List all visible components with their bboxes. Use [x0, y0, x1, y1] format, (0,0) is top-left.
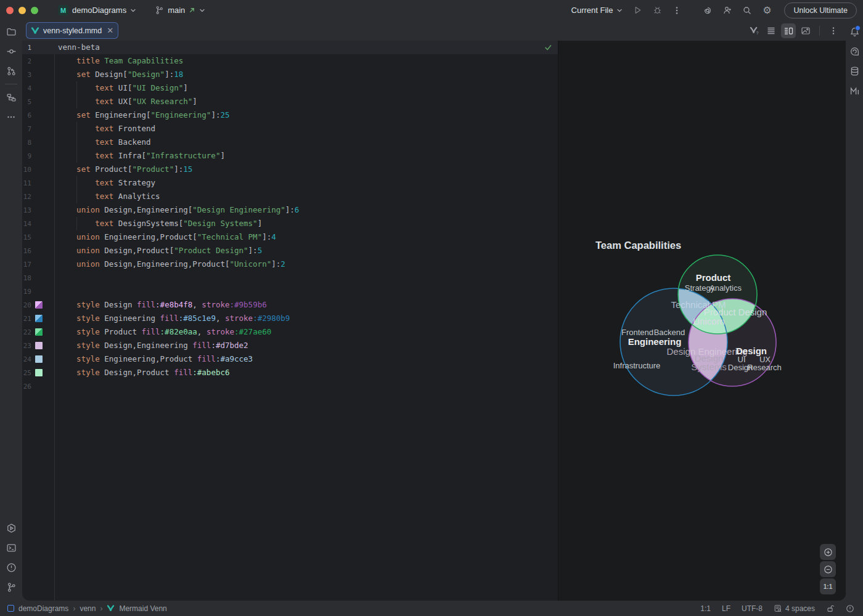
line-number[interactable]: 9: [22, 152, 31, 160]
structure-toolwindow-icon[interactable]: [2, 89, 20, 106]
zoom-reset-button[interactable]: 1:1: [820, 578, 836, 594]
code-text[interactable]: text Strategy: [54, 176, 558, 190]
line-number[interactable]: 20: [22, 301, 31, 309]
code-line-19[interactable]: 19: [22, 285, 558, 298]
code-line-21[interactable]: 21 style Engineering fill:#85c1e9, strok…: [22, 312, 558, 325]
line-number[interactable]: 4: [22, 84, 31, 92]
close-tab-icon[interactable]: ✕: [107, 26, 113, 34]
code-line-3[interactable]: 3 set Design["Design"]:18: [22, 68, 558, 81]
code-text[interactable]: [54, 379, 558, 393]
line-number[interactable]: 11: [22, 179, 31, 187]
code-line-26[interactable]: 26: [22, 379, 558, 393]
settings-gear-icon[interactable]: ⚙: [758, 2, 775, 19]
code-with-me-icon[interactable]: [719, 2, 736, 19]
code-line-6[interactable]: 6 set Engineering["Engineering"]:25: [22, 108, 558, 122]
code-line-1[interactable]: 1venn-beta: [22, 41, 558, 54]
code-line-17[interactable]: 17 union Design,Engineering,Product["Uni…: [22, 257, 558, 271]
line-number[interactable]: 2: [22, 57, 31, 65]
diagram-help-icon[interactable]: ?: [746, 23, 761, 38]
gutter-color-swatch[interactable]: [35, 369, 43, 376]
services-toolwindow-icon[interactable]: [2, 519, 20, 537]
code-text[interactable]: set Design["Design"]:18: [54, 68, 558, 81]
code-line-24[interactable]: 24 style Engineering,Product fill:#a9cce…: [22, 352, 558, 366]
breadcrumb-project[interactable]: demoDiagrams: [18, 604, 68, 613]
diagram-preview-panel[interactable]: Team CapabilitiesProductStrategyAnalytic…: [558, 41, 846, 601]
preview-only-view-icon[interactable]: [798, 23, 813, 38]
code-text[interactable]: text Frontend: [54, 122, 558, 136]
code-line-25[interactable]: 25 style Design,Product fill:#abebc6: [22, 366, 558, 379]
code-text[interactable]: text Infra["Infrastructure"]: [54, 149, 558, 163]
code-text[interactable]: title Team Capabilities: [54, 54, 558, 68]
fullscreen-window-button[interactable]: [31, 7, 38, 14]
commit-toolwindow-icon[interactable]: [2, 43, 20, 60]
line-number[interactable]: 13: [22, 206, 31, 214]
project-widget[interactable]: M demoDiagrams: [54, 3, 140, 17]
ai-assistant-toolwindow-icon[interactable]: [846, 43, 863, 60]
code-line-13[interactable]: 13 union Design,Engineering["Design Engi…: [22, 203, 558, 217]
version-control-toolwindow-icon[interactable]: [2, 578, 20, 596]
code-line-16[interactable]: 16 union Design,Product["Product Design"…: [22, 244, 558, 257]
notifications-bell-icon[interactable]: [846, 23, 863, 40]
code-text[interactable]: text Backend: [54, 136, 558, 149]
code-text[interactable]: [54, 271, 558, 285]
code-line-8[interactable]: 8 text Backend: [22, 136, 558, 149]
debug-button[interactable]: [648, 2, 666, 19]
editor-only-view-icon[interactable]: [764, 23, 779, 38]
code-text[interactable]: venn-beta: [54, 41, 558, 54]
code-text[interactable]: union Design,Product["Product Design"]:5: [54, 244, 558, 257]
terminal-toolwindow-icon[interactable]: [2, 539, 20, 556]
breadcrumb-file[interactable]: Mermaid Venn: [119, 604, 166, 613]
pull-requests-toolwindow-icon[interactable]: [2, 62, 20, 79]
zoom-out-button[interactable]: [820, 561, 836, 577]
database-toolwindow-icon[interactable]: [846, 62, 863, 79]
code-line-4[interactable]: 4 text UI["UI Design"]: [22, 81, 558, 95]
code-line-5[interactable]: 5 text UX["UX Research"]: [22, 95, 558, 108]
code-line-20[interactable]: 20 style Design fill:#e8b4f8, stroke:#9b…: [22, 298, 558, 312]
more-actions-icon[interactable]: [668, 2, 685, 19]
line-number[interactable]: 21: [22, 315, 31, 323]
line-number[interactable]: 25: [22, 369, 31, 377]
caret-position-widget[interactable]: 1:1: [700, 604, 711, 613]
toolwindow-square-icon[interactable]: [7, 605, 14, 612]
line-number[interactable]: 17: [22, 261, 31, 269]
code-editor[interactable]: 1venn-beta2 title Team Capabilities3 set…: [22, 41, 558, 601]
gutter-color-swatch[interactable]: [35, 315, 43, 322]
more-toolwindows-icon[interactable]: [2, 108, 20, 126]
code-text[interactable]: style Engineering,Product fill:#a9cce3: [54, 352, 558, 366]
line-number[interactable]: 19: [22, 288, 31, 296]
run-configuration-selector[interactable]: Current File: [568, 4, 627, 17]
unlock-ultimate-button[interactable]: Unlock Ultimate: [784, 2, 857, 18]
editor-options-kebab-icon[interactable]: [826, 23, 841, 38]
code-text[interactable]: union Engineering,Product["Technical PM"…: [54, 230, 558, 244]
line-number[interactable]: 18: [22, 274, 31, 282]
line-number[interactable]: 15: [22, 233, 31, 241]
code-text[interactable]: text DesignSystems["Design Systems"]: [54, 217, 558, 230]
code-text[interactable]: style Design fill:#e8b4f8, stroke:#9b59b…: [54, 298, 558, 312]
code-text[interactable]: style Product fill:#82e0aa, stroke:#27ae…: [54, 325, 558, 339]
code-line-9[interactable]: 9 text Infra["Infrastructure"]: [22, 149, 558, 163]
encoding-widget[interactable]: UTF-8: [742, 604, 763, 613]
indent-widget[interactable]: 4 spaces: [774, 604, 815, 613]
lock-open-icon[interactable]: [826, 604, 835, 613]
run-button[interactable]: [629, 2, 646, 19]
code-text[interactable]: set Product["Product"]:15: [54, 163, 558, 176]
search-everywhere-icon[interactable]: [738, 2, 756, 19]
mermaid-toolwindow-icon[interactable]: [846, 82, 863, 99]
code-line-15[interactable]: 15 union Engineering,Product["Technical …: [22, 230, 558, 244]
gutter-color-swatch[interactable]: [35, 342, 43, 349]
gutter-color-swatch[interactable]: [35, 328, 43, 336]
line-number[interactable]: 12: [22, 193, 31, 201]
minimize-window-button[interactable]: [18, 7, 26, 14]
close-window-button[interactable]: [6, 7, 14, 14]
line-number[interactable]: 5: [22, 98, 31, 106]
code-text[interactable]: text UX["UX Research"]: [54, 95, 558, 108]
code-text[interactable]: style Design,Engineering fill:#d7bde2: [54, 339, 558, 352]
editor-and-preview-view-icon[interactable]: [781, 23, 796, 38]
line-number[interactable]: 10: [22, 166, 31, 174]
code-text[interactable]: text Analytics: [54, 190, 558, 203]
code-text[interactable]: style Design,Product fill:#abebc6: [54, 366, 558, 379]
code-line-18[interactable]: 18: [22, 271, 558, 285]
line-number[interactable]: 6: [22, 111, 31, 120]
gutter-color-swatch[interactable]: [35, 301, 43, 309]
line-number[interactable]: 22: [22, 328, 31, 336]
